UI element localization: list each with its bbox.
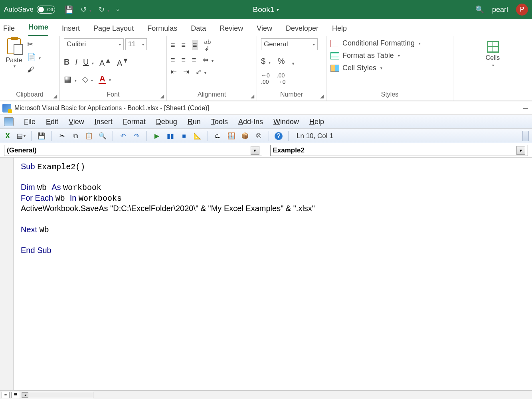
vba-menu-window[interactable]: Window bbox=[273, 118, 299, 126]
align-left-icon[interactable]: ≡ bbox=[171, 56, 175, 64]
comma-icon[interactable]: , bbox=[292, 57, 294, 66]
cell-styles-button[interactable]: Cell Styles▾ bbox=[330, 64, 421, 72]
tab-data[interactable]: Data bbox=[191, 22, 206, 36]
undo-icon[interactable]: ↺ ▾ bbox=[81, 5, 91, 14]
font-name-select[interactable]: Calibri▾ bbox=[64, 38, 124, 50]
vba-system-menu-icon[interactable] bbox=[4, 117, 14, 126]
insert-module-icon[interactable]: ▤▾ bbox=[17, 132, 26, 140]
project-explorer-icon[interactable]: 🗂 bbox=[214, 132, 222, 140]
redo-icon[interactable]: ↷ bbox=[132, 132, 141, 140]
number-format-select[interactable]: General▾ bbox=[261, 38, 318, 50]
merge-center-icon[interactable]: ⇔ ▾ bbox=[203, 55, 214, 64]
cut-icon[interactable]: ✂ bbox=[27, 40, 41, 49]
paste-icon[interactable]: 📋 bbox=[85, 132, 93, 140]
increase-decimal-icon[interactable]: ←0.00 bbox=[261, 72, 270, 85]
cut-icon[interactable]: ✂ bbox=[57, 132, 66, 140]
run-icon[interactable]: ▶ bbox=[152, 132, 161, 140]
minimize-icon[interactable]: – bbox=[523, 103, 530, 113]
full-module-view-icon[interactable]: ≣ bbox=[11, 392, 19, 398]
decrease-indent-icon[interactable]: ⇤ bbox=[171, 67, 177, 76]
horizontal-scrollbar[interactable]: ◂ bbox=[22, 392, 93, 398]
find-icon[interactable]: 🔍 bbox=[98, 132, 107, 140]
user-name[interactable]: pearl bbox=[492, 6, 508, 14]
qat-custom-icon[interactable]: ▿ bbox=[117, 7, 119, 13]
properties-icon[interactable]: 🪟 bbox=[227, 132, 236, 140]
avatar[interactable]: P bbox=[516, 4, 528, 16]
format-as-table-button[interactable]: Format as Table▾ bbox=[330, 51, 421, 60]
bold-button[interactable]: B bbox=[64, 57, 69, 67]
align-top-icon[interactable]: ≡ bbox=[171, 41, 175, 49]
copy-icon[interactable]: ⧉ bbox=[71, 132, 80, 140]
undo-icon[interactable]: ↶ bbox=[119, 132, 127, 140]
dialog-launcher-icon[interactable]: ◢ bbox=[160, 93, 164, 99]
break-icon[interactable]: ▮▮ bbox=[166, 132, 175, 140]
help-icon[interactable]: ? bbox=[275, 132, 283, 140]
object-browser-icon[interactable]: 📦 bbox=[241, 132, 249, 140]
search-icon[interactable]: 🔍 bbox=[475, 5, 484, 14]
conditional-formatting-button[interactable]: Conditional Formatting▾ bbox=[330, 39, 421, 47]
toolbar-overflow-icon[interactable] bbox=[522, 131, 529, 141]
cells-icon bbox=[487, 41, 499, 53]
reset-icon[interactable]: ■ bbox=[180, 132, 188, 140]
toolbox-icon[interactable]: 🛠 bbox=[254, 132, 263, 140]
autosave-toggle[interactable]: Off bbox=[37, 6, 55, 14]
tab-file[interactable]: File bbox=[3, 22, 15, 36]
procedure-dropdown[interactable]: Example2▼ bbox=[270, 145, 528, 156]
vba-menu-tools[interactable]: Tools bbox=[211, 118, 228, 126]
vba-menu-debug[interactable]: Debug bbox=[156, 118, 177, 126]
dialog-launcher-icon[interactable]: ◢ bbox=[53, 93, 57, 99]
tab-view[interactable]: View bbox=[257, 22, 272, 36]
paste-button[interactable]: Paste bbox=[6, 57, 22, 64]
vba-menu-add-ins[interactable]: Add-Ins bbox=[238, 118, 263, 126]
underline-button[interactable]: U ▾ bbox=[83, 57, 94, 67]
tab-page-layout[interactable]: Page Layout bbox=[93, 22, 134, 36]
format-painter-icon[interactable]: 🖌 bbox=[27, 65, 41, 74]
procedure-view-icon[interactable]: ≡ bbox=[2, 392, 10, 398]
vba-menu-file[interactable]: File bbox=[24, 118, 36, 126]
align-middle-icon[interactable]: ≡ bbox=[182, 41, 186, 49]
percent-icon[interactable]: % bbox=[278, 57, 285, 66]
grow-font-icon[interactable]: A▲ bbox=[99, 57, 111, 68]
redo-icon[interactable]: ↻ ▾ bbox=[99, 5, 109, 14]
borders-icon[interactable]: ▦ ▾ bbox=[64, 74, 77, 84]
tab-formulas[interactable]: Formulas bbox=[147, 22, 177, 36]
vba-menu-insert[interactable]: Insert bbox=[95, 118, 113, 126]
fill-color-icon[interactable]: ◇ ▾ bbox=[82, 74, 93, 84]
dialog-launcher-icon[interactable]: ◢ bbox=[320, 93, 324, 99]
view-excel-icon[interactable]: X bbox=[3, 132, 12, 140]
font-size-select[interactable]: 11▾ bbox=[125, 38, 147, 50]
decrease-decimal-icon[interactable]: .00→0 bbox=[277, 72, 286, 85]
vba-menu-format[interactable]: Format bbox=[123, 118, 146, 126]
tab-review[interactable]: Review bbox=[220, 22, 243, 36]
copy-icon[interactable]: 📄 ▾ bbox=[27, 53, 41, 61]
dialog-launcher-icon[interactable]: ◢ bbox=[251, 93, 254, 99]
align-bottom-icon[interactable]: ≡ bbox=[192, 40, 198, 50]
increase-indent-icon[interactable]: ⇥ bbox=[183, 67, 189, 76]
tab-insert[interactable]: Insert bbox=[62, 22, 80, 36]
font-color-icon[interactable]: A ▾ bbox=[99, 74, 111, 83]
shrink-font-icon[interactable]: A▼ bbox=[117, 57, 129, 68]
wrap-text-icon[interactable]: ab↲ bbox=[204, 38, 211, 52]
vba-menu-help[interactable]: Help bbox=[309, 118, 324, 126]
orientation-icon[interactable]: ⤢ ▾ bbox=[196, 67, 206, 76]
currency-icon[interactable]: $ ▾ bbox=[261, 57, 271, 66]
tab-help[interactable]: Help bbox=[332, 22, 347, 36]
tab-home[interactable]: Home bbox=[28, 21, 48, 36]
vba-menu-run[interactable]: Run bbox=[188, 118, 201, 126]
vba-menu-view[interactable]: View bbox=[69, 118, 84, 126]
italic-button[interactable]: I bbox=[75, 57, 77, 67]
paste-icon[interactable] bbox=[7, 38, 21, 54]
save-icon[interactable]: 💾 bbox=[65, 5, 73, 14]
vba-menu-edit[interactable]: Edit bbox=[46, 118, 58, 126]
design-mode-icon[interactable]: 📐 bbox=[193, 132, 202, 140]
object-dropdown[interactable]: (General)▼ bbox=[4, 145, 262, 156]
save-icon[interactable]: 💾 bbox=[37, 132, 46, 140]
scroll-left-icon[interactable]: ◂ bbox=[22, 392, 28, 398]
code-editor[interactable]: Sub Example2() Dim Wb As Workbook For Ea… bbox=[14, 158, 532, 390]
cells-button[interactable]: Cells ▾ bbox=[486, 38, 500, 67]
document-title[interactable]: Book1▾ bbox=[253, 5, 279, 14]
tab-developer[interactable]: Developer bbox=[286, 22, 318, 36]
align-right-icon[interactable]: ≡ bbox=[192, 56, 196, 64]
align-center-icon[interactable]: ≡ bbox=[182, 56, 186, 64]
paste-dropdown[interactable]: ▾ bbox=[14, 64, 16, 68]
